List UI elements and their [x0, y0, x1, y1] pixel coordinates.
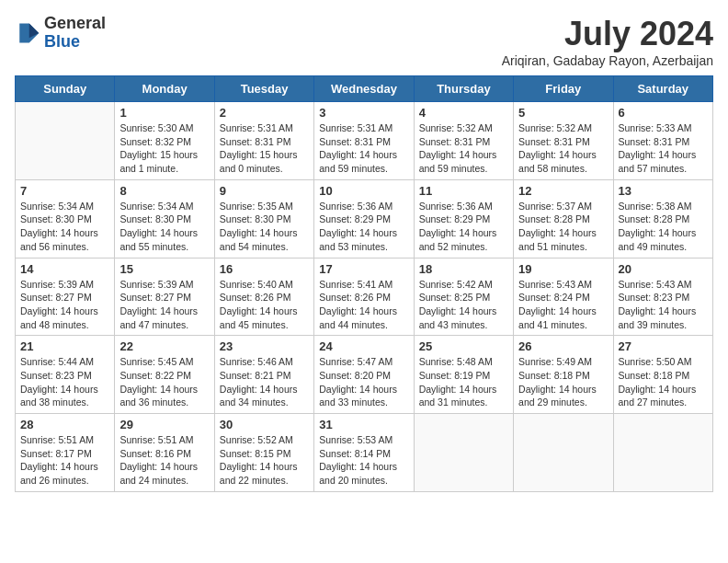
day-info: Sunrise: 5:49 AMSunset: 8:18 PMDaylight:…: [518, 355, 608, 409]
calendar-cell: 16Sunrise: 5:40 AMSunset: 8:26 PMDayligh…: [214, 258, 313, 336]
day-info: Sunrise: 5:32 AMSunset: 8:31 PMDaylight:…: [419, 121, 508, 176]
calendar-cell: 3Sunrise: 5:31 AMSunset: 8:31 PMDaylight…: [314, 102, 414, 180]
day-info: Sunrise: 5:45 AMSunset: 8:22 PMDaylight:…: [119, 355, 209, 409]
logo: General Blue: [15, 15, 106, 52]
day-number: 7: [20, 184, 109, 198]
day-number: 1: [119, 106, 209, 120]
calendar-cell: 2Sunrise: 5:31 AMSunset: 8:31 PMDaylight…: [214, 102, 313, 180]
calendar-cell: 19Sunrise: 5:43 AMSunset: 8:24 PMDayligh…: [514, 258, 613, 336]
calendar-cell: 28Sunrise: 5:51 AMSunset: 8:17 PMDayligh…: [16, 414, 115, 492]
day-info: Sunrise: 5:43 AMSunset: 8:24 PMDaylight:…: [518, 278, 608, 332]
logo-blue: Blue: [44, 33, 106, 52]
calendar-cell: 8Sunrise: 5:34 AMSunset: 8:30 PMDaylight…: [115, 179, 214, 258]
location: Ariqiran, Gadabay Rayon, Azerbaijan: [502, 53, 713, 68]
day-number: 24: [319, 339, 408, 353]
day-info: Sunrise: 5:30 AMSunset: 8:32 PMDaylight:…: [119, 121, 209, 176]
day-info: Sunrise: 5:51 AMSunset: 8:16 PMDaylight:…: [119, 433, 209, 488]
day-info: Sunrise: 5:43 AMSunset: 8:23 PMDaylight:…: [619, 278, 708, 332]
calendar-cell: 11Sunrise: 5:36 AMSunset: 8:29 PMDayligh…: [414, 179, 513, 258]
day-number: 13: [619, 184, 708, 198]
day-number: 9: [220, 184, 309, 198]
day-number: 15: [119, 262, 209, 276]
day-info: Sunrise: 5:32 AMSunset: 8:31 PMDaylight:…: [518, 121, 608, 176]
calendar-cell: 25Sunrise: 5:48 AMSunset: 8:19 PMDayligh…: [414, 336, 513, 414]
calendar-cell: 26Sunrise: 5:49 AMSunset: 8:18 PMDayligh…: [514, 336, 613, 414]
day-number: 30: [220, 418, 309, 431]
day-info: Sunrise: 5:37 AMSunset: 8:28 PMDaylight:…: [518, 200, 608, 254]
day-info: Sunrise: 5:41 AMSunset: 8:26 PMDaylight:…: [319, 278, 408, 332]
weekday-header-sunday: Sunday: [16, 76, 115, 102]
calendar-cell: 29Sunrise: 5:51 AMSunset: 8:16 PMDayligh…: [115, 414, 214, 492]
day-number: 5: [518, 106, 608, 120]
weekday-header-wednesday: Wednesday: [314, 76, 414, 102]
day-number: 27: [619, 339, 708, 353]
calendar-cell: 4Sunrise: 5:32 AMSunset: 8:31 PMDaylight…: [414, 102, 513, 180]
calendar-cell: 31Sunrise: 5:53 AMSunset: 8:14 PMDayligh…: [314, 414, 414, 492]
day-info: Sunrise: 5:39 AMSunset: 8:27 PMDaylight:…: [20, 278, 109, 332]
calendar-cell: 14Sunrise: 5:39 AMSunset: 8:27 PMDayligh…: [16, 258, 115, 336]
week-row-5: 28Sunrise: 5:51 AMSunset: 8:17 PMDayligh…: [16, 414, 713, 492]
calendar-cell: 12Sunrise: 5:37 AMSunset: 8:28 PMDayligh…: [514, 179, 613, 258]
day-info: Sunrise: 5:51 AMSunset: 8:17 PMDaylight:…: [20, 433, 109, 488]
calendar-cell: [514, 414, 613, 492]
calendar-cell: 9Sunrise: 5:35 AMSunset: 8:30 PMDaylight…: [214, 179, 313, 258]
calendar-cell: 22Sunrise: 5:45 AMSunset: 8:22 PMDayligh…: [115, 336, 214, 414]
calendar-cell: 5Sunrise: 5:32 AMSunset: 8:31 PMDaylight…: [514, 102, 613, 180]
logo-general: General: [44, 15, 106, 33]
calendar-cell: 21Sunrise: 5:44 AMSunset: 8:23 PMDayligh…: [16, 336, 115, 414]
calendar-cell: 27Sunrise: 5:50 AMSunset: 8:18 PMDayligh…: [613, 336, 712, 414]
day-info: Sunrise: 5:52 AMSunset: 8:15 PMDaylight:…: [220, 433, 309, 488]
day-info: Sunrise: 5:40 AMSunset: 8:26 PMDaylight:…: [220, 278, 309, 332]
week-row-4: 21Sunrise: 5:44 AMSunset: 8:23 PMDayligh…: [16, 336, 713, 414]
calendar-cell: 10Sunrise: 5:36 AMSunset: 8:29 PMDayligh…: [314, 179, 414, 258]
day-number: 11: [419, 184, 508, 198]
day-number: 28: [20, 418, 109, 431]
calendar-cell: 6Sunrise: 5:33 AMSunset: 8:31 PMDaylight…: [613, 102, 712, 180]
day-number: 23: [220, 339, 309, 353]
day-number: 12: [518, 184, 608, 198]
calendar-cell: 13Sunrise: 5:38 AMSunset: 8:28 PMDayligh…: [613, 179, 712, 258]
day-info: Sunrise: 5:31 AMSunset: 8:31 PMDaylight:…: [319, 121, 408, 176]
weekday-header-row: SundayMondayTuesdayWednesdayThursdayFrid…: [16, 76, 713, 102]
day-number: 29: [119, 418, 209, 431]
day-info: Sunrise: 5:33 AMSunset: 8:31 PMDaylight:…: [619, 121, 708, 176]
day-info: Sunrise: 5:53 AMSunset: 8:14 PMDaylight:…: [319, 433, 408, 488]
day-number: 25: [419, 339, 508, 353]
day-info: Sunrise: 5:44 AMSunset: 8:23 PMDaylight:…: [20, 355, 109, 409]
calendar-cell: 20Sunrise: 5:43 AMSunset: 8:23 PMDayligh…: [613, 258, 712, 336]
day-info: Sunrise: 5:38 AMSunset: 8:28 PMDaylight:…: [619, 200, 708, 254]
calendar-cell: [16, 102, 115, 180]
day-info: Sunrise: 5:42 AMSunset: 8:25 PMDaylight:…: [419, 278, 508, 332]
day-number: 21: [20, 339, 109, 353]
title-section: July 2024 Ariqiran, Gadabay Rayon, Azerb…: [502, 15, 713, 68]
calendar-cell: 15Sunrise: 5:39 AMSunset: 8:27 PMDayligh…: [115, 258, 214, 336]
calendar-cell: 1Sunrise: 5:30 AMSunset: 8:32 PMDaylight…: [115, 102, 214, 180]
day-info: Sunrise: 5:36 AMSunset: 8:29 PMDaylight:…: [319, 200, 408, 254]
day-number: 14: [20, 262, 109, 276]
calendar-cell: 18Sunrise: 5:42 AMSunset: 8:25 PMDayligh…: [414, 258, 513, 336]
calendar-cell: [613, 414, 712, 492]
day-number: 31: [319, 418, 408, 431]
calendar-cell: 17Sunrise: 5:41 AMSunset: 8:26 PMDayligh…: [314, 258, 414, 336]
week-row-3: 14Sunrise: 5:39 AMSunset: 8:27 PMDayligh…: [16, 258, 713, 336]
day-info: Sunrise: 5:35 AMSunset: 8:30 PMDaylight:…: [220, 200, 309, 254]
day-number: 6: [619, 106, 708, 120]
day-number: 4: [419, 106, 508, 120]
day-number: 8: [119, 184, 209, 198]
day-number: 26: [518, 339, 608, 353]
week-row-2: 7Sunrise: 5:34 AMSunset: 8:30 PMDaylight…: [16, 179, 713, 258]
day-number: 2: [220, 106, 309, 120]
day-info: Sunrise: 5:46 AMSunset: 8:21 PMDaylight:…: [220, 355, 309, 409]
calendar: SundayMondayTuesdayWednesdayThursdayFrid…: [15, 75, 713, 492]
day-number: 3: [319, 106, 408, 120]
calendar-cell: 24Sunrise: 5:47 AMSunset: 8:20 PMDayligh…: [314, 336, 414, 414]
calendar-cell: [414, 414, 513, 492]
calendar-cell: 30Sunrise: 5:52 AMSunset: 8:15 PMDayligh…: [214, 414, 313, 492]
weekday-header-friday: Friday: [514, 76, 613, 102]
day-info: Sunrise: 5:48 AMSunset: 8:19 PMDaylight:…: [419, 355, 508, 409]
day-info: Sunrise: 5:39 AMSunset: 8:27 PMDaylight:…: [119, 278, 209, 332]
weekday-header-thursday: Thursday: [414, 76, 513, 102]
logo-icon: [15, 20, 40, 46]
week-row-1: 1Sunrise: 5:30 AMSunset: 8:32 PMDaylight…: [16, 102, 713, 180]
day-info: Sunrise: 5:47 AMSunset: 8:20 PMDaylight:…: [319, 355, 408, 409]
